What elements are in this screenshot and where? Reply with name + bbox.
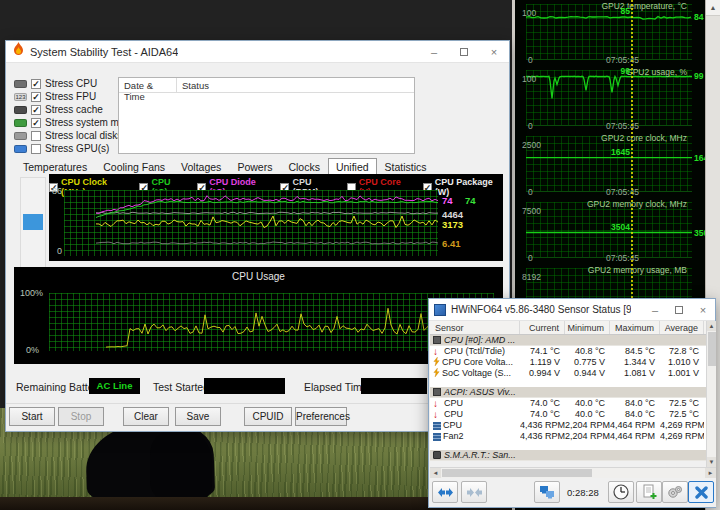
close-icon[interactable]: × <box>691 299 715 321</box>
sensor-value-cell: 0.775 V <box>565 357 610 368</box>
sensor-value-cell: 74.0 °C <box>520 398 565 409</box>
scroll-up-icon[interactable]: ▲ <box>706 0 720 16</box>
sensor-reading-value: 3173 <box>442 219 463 230</box>
fan-icon <box>433 422 441 430</box>
sensor-row[interactable]: CPU4,436 RPM2,204 RPM4,464 RPM4,269 RPM <box>430 420 706 431</box>
save-button[interactable]: Save <box>175 407 221 426</box>
stress-checkbox[interactable] <box>31 144 41 154</box>
sensor-value-cell: 4,269 RPM <box>660 431 704 442</box>
sensor-value-cell: 4,436 RPM <box>520 431 565 442</box>
gpu-axis-max: 7500 <box>522 206 541 216</box>
sensor-value-cell: 84.0 °C <box>610 409 660 420</box>
gpu-axis-min: 0 <box>528 121 533 131</box>
back-forward-arrows-icon <box>438 486 453 499</box>
remote-sensors-button[interactable] <box>534 481 560 503</box>
preferences-button[interactable]: Preferences <box>295 407 347 426</box>
sensor-section-row[interactable]: CPU [#0]: AMD ... <box>430 335 706 346</box>
fpu-icon: 123 <box>14 93 27 101</box>
gpu-cursor-time: 07:05:45 <box>606 121 639 131</box>
aida64-titlebar[interactable]: System Stability Test - AIDA64 – × <box>6 41 509 63</box>
gpu-axis-min: 0 <box>528 187 533 197</box>
sensor-value-cell: 74.0 °C <box>520 409 565 420</box>
graph-scrollbar[interactable] <box>20 177 46 271</box>
sensor-table-horizontal-scrollbar[interactable]: ◄ ► <box>430 467 716 478</box>
settings-button[interactable] <box>662 481 688 503</box>
scroll-down-icon[interactable]: ▼ <box>707 457 716 467</box>
stress-checkbox[interactable]: ✓ <box>31 118 41 128</box>
sensor-value-cell: 4,464 RPM <box>610 420 660 431</box>
chip-icon <box>433 388 441 396</box>
gpu-graph-title: GPU2 memory clock, MHz <box>587 199 687 209</box>
maximize-icon[interactable] <box>449 41 479 63</box>
logging-elapsed-time: 0:28:28 <box>567 487 599 498</box>
aida64-flame-icon <box>12 42 25 61</box>
start-button[interactable]: Start <box>9 407 55 426</box>
sensor-row[interactable]: ↓CPU (Tctl/Tdie)74.1 °C40.8 °C84.5 °C72.… <box>430 346 706 357</box>
stress-checkbox[interactable]: ✓ <box>31 92 41 102</box>
sensor-row[interactable]: SoC Voltage (S...0.994 V0.944 V1.081 V1.… <box>430 368 706 379</box>
cpuid-button[interactable]: CPUID <box>244 407 292 426</box>
clock-button[interactable] <box>608 481 634 503</box>
temperature-icon: ↓ <box>433 347 442 356</box>
gears-icon <box>667 485 683 499</box>
sensor-name-cell: CPU <box>430 420 520 431</box>
maximize-icon[interactable] <box>667 299 691 321</box>
stress-option-label: Stress CPU <box>45 78 97 89</box>
sensor-section-label: CPU [#0]: AMD ... <box>444 335 515 346</box>
sensor-value-cell: 2,204 RPM <box>565 420 610 431</box>
unified-sensor-graph: ✓CPU Clock (MHz)✓CPU (°C)✓CPU Diode (°C)… <box>49 174 503 261</box>
sensor-value-cell: 72.5 °C <box>660 409 704 420</box>
sensor-name-cell: CPU Core Volta... <box>430 357 520 368</box>
minimize-icon[interactable]: – <box>643 299 667 321</box>
sensor-section-row[interactable]: S.M.A.R.T.: San... <box>430 450 706 461</box>
graph-line <box>64 190 438 256</box>
hwinfo-toolbar: 0:28:28 <box>430 478 716 507</box>
scrollbar-thumb[interactable] <box>708 332 716 366</box>
gpu-graph: GPU2 temperature, °C100007:05:458584 <box>518 0 707 66</box>
sensor-row[interactable]: CPU Core Volta...1.119 V0.775 V1.344 V1.… <box>430 357 706 368</box>
collapse-button-disabled[interactable] <box>461 481 487 503</box>
stress-checkbox[interactable]: ✓ <box>31 105 41 115</box>
clear-button[interactable]: Clear <box>123 407 169 426</box>
gpu-graph-title: GPU2 memory usage, MB <box>588 265 687 275</box>
gpu-cursor-time: 07:05:45 <box>606 253 639 263</box>
sensor-value-cell: 1.344 V <box>610 357 660 368</box>
close-icon[interactable]: × <box>479 41 509 63</box>
sensor-value-cell: 1.081 V <box>610 368 660 379</box>
temperature-icon: ↓ <box>433 410 442 419</box>
minimize-icon[interactable]: – <box>419 41 449 63</box>
stress-checkbox[interactable]: ✓ <box>31 79 41 89</box>
sensor-value-cell: 0.994 V <box>520 368 565 379</box>
close-sensors-button[interactable] <box>688 481 714 503</box>
sensor-row[interactable]: ↓CPU74.0 °C40.0 °C84.0 °C72.5 °C <box>430 409 706 420</box>
sensor-value-cell: 84.0 °C <box>610 398 660 409</box>
stress-option-label: Stress FPU <box>45 91 96 102</box>
gpu-cursor-value: 85 <box>608 6 630 16</box>
scroll-up-icon[interactable]: ▲ <box>707 321 716 331</box>
gpu-cursor-time: 07:05:45 <box>606 187 639 197</box>
back-forward-button[interactable] <box>432 481 458 503</box>
sensor-row[interactable]: Fan24,436 RPM2,204 RPM4,464 RPM4,269 RPM <box>430 431 706 442</box>
sensor-value-cell: 40.0 °C <box>565 398 610 409</box>
test-started-value <box>204 378 285 394</box>
column-header-average: Average <box>660 321 704 334</box>
graph-line <box>526 136 692 192</box>
sensor-value-cell: 40.8 °C <box>565 346 610 357</box>
scroll-right-icon[interactable]: ► <box>705 468 716 478</box>
sensor-table-vertical-scrollbar[interactable]: ▲ ▼ <box>706 321 716 467</box>
y-axis-max: 86 <box>51 186 62 196</box>
legend-label: CPU Package (W) <box>435 177 503 197</box>
scrollbar-thumb[interactable] <box>442 469 592 477</box>
sensor-section-row[interactable]: ACPI: ASUS Viv... <box>430 387 706 398</box>
hwinfo-titlebar[interactable]: HWiNFO64 v5.86-3480 Sensor Status [93 va… <box>429 299 715 321</box>
scroll-left-icon[interactable]: ◄ <box>430 468 441 478</box>
report-document-icon <box>642 484 657 500</box>
sensor-row[interactable]: ↓CPU74.0 °C40.0 °C84.0 °C72.5 °C <box>430 398 706 409</box>
stress-checkbox[interactable] <box>31 131 41 141</box>
scrollbar-thumb[interactable] <box>23 214 43 230</box>
gpu-axis-max: 100 <box>522 8 536 18</box>
stop-button[interactable]: Stop <box>58 407 104 426</box>
report-button[interactable] <box>636 481 662 503</box>
sensor-section-label: ACPI: ASUS Viv... <box>444 387 516 398</box>
test-log-list[interactable]: Date & Time Status <box>118 77 415 154</box>
